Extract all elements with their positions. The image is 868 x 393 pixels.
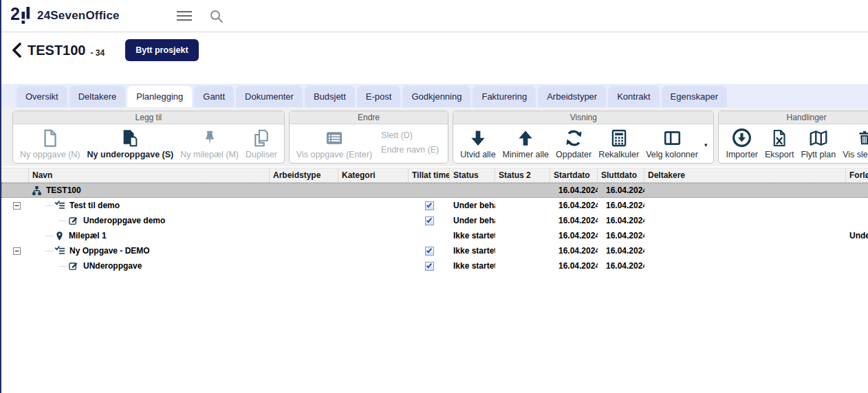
startdate-cell: 16.04.2024 [550, 228, 598, 243]
ny-underoppgave-s-button[interactable]: Ny underoppgave (S) [84, 126, 177, 161]
toolbar-item-label: Dupliser [246, 150, 277, 159]
tab-planlegging[interactable]: Planlegging [127, 86, 192, 107]
column-header-worktype[interactable]: Arbeidstype [270, 168, 338, 182]
allow-time-checkbox[interactable] [425, 216, 434, 225]
tab-budsjett[interactable]: Budsjett [305, 86, 355, 107]
column-header-status[interactable]: Status [450, 168, 495, 182]
status-cell: Ikke startet [450, 243, 495, 258]
allow-time-checkbox[interactable] [425, 247, 434, 256]
table-row[interactable]: −Ny Oppgave - DEMOIkke startet16.04.2024… [1, 243, 868, 258]
allow-time-checkbox[interactable] [425, 201, 434, 210]
column-header-predecessor[interactable]: Forløp [846, 168, 868, 182]
task-icon [54, 245, 65, 256]
toolbar-item-label: Ny milepæl (M) [180, 150, 239, 159]
tab-arbeidstyper[interactable]: Arbeidstyper [538, 86, 606, 107]
importer-button[interactable]: Importer [722, 126, 761, 161]
column-header-name[interactable]: Navn [29, 168, 270, 182]
back-icon[interactable] [8, 42, 25, 58]
status-cell [450, 183, 495, 198]
table-row[interactable]: −Test til demoUnder beha…16.04.202416.04… [1, 198, 868, 213]
status-cell: Ikke startet [450, 258, 495, 273]
list-view-icon [323, 126, 345, 149]
column-header-participants[interactable]: Deltakere [644, 168, 846, 182]
velg-kolonner-button[interactable]: Velg kolonner [642, 126, 702, 161]
ny-oppgave-n-button[interactable]: Ny oppgave (N) [17, 126, 84, 161]
chevron-down-icon[interactable]: ▾ [702, 142, 710, 148]
status2-cell [495, 228, 550, 243]
tab-dokumenter[interactable]: Dokumenter [236, 86, 303, 107]
utvid-alle-button[interactable]: Utvid alle [457, 126, 499, 161]
app-root: 2 24SevenOffice [0, 0, 868, 393]
tab-fakturering[interactable]: Fakturering [473, 86, 536, 107]
project-title-bar: TEST100 - 34 Bytt prosjekt [1, 32, 868, 68]
column-header-allow_time[interactable]: Tillat time… [409, 168, 450, 182]
search-icon[interactable] [209, 9, 224, 23]
oppdater-button[interactable]: Oppdater [552, 126, 595, 161]
worktype-cell [270, 228, 338, 243]
column-header-expand[interactable] [1, 168, 29, 182]
column-header-category[interactable]: Kategori [338, 168, 409, 182]
vis-oppgave-enter-button[interactable]: Vis oppgave (Enter) [293, 126, 376, 161]
arrow-up-icon [515, 126, 536, 149]
column-header-start[interactable]: Startdato [550, 168, 598, 182]
allow-time-cell [409, 183, 450, 198]
tab-gantt[interactable]: Gantt [194, 86, 234, 107]
startdate-cell: 16.04.2024 [550, 198, 598, 213]
table-row[interactable]: TEST10016.04.202416.04.2024 [1, 183, 868, 198]
category-cell [338, 258, 409, 273]
tab-strip: OversiktDeltakerePlanleggingGanttDokumen… [1, 84, 868, 107]
slett-d-button[interactable]: Slett (D) [381, 131, 439, 140]
rekalkuler-button[interactable]: Rekalkuler [595, 126, 642, 161]
participants-cell [644, 198, 846, 213]
table-row[interactable]: Milepæl 1Ikke startet16.04.202416.04.202… [1, 228, 868, 243]
tab-oversikt[interactable]: Oversikt [17, 86, 67, 107]
minimer-alle-button[interactable]: Minimer alle [499, 126, 552, 161]
collapse-toggle[interactable]: − [13, 202, 21, 210]
task-name: Underoppgave demo [83, 216, 165, 225]
worktype-cell [270, 243, 338, 258]
status2-cell [495, 198, 550, 213]
ny-milepæl-m-button[interactable]: Ny milepæl (M) [177, 126, 242, 161]
allow-time-cell [409, 213, 450, 228]
endre-navn-e-button[interactable]: Endre navn (E) [381, 145, 439, 155]
copy-icon [251, 126, 272, 149]
predecessor-cell [846, 258, 868, 273]
table-row[interactable]: Underoppgave demoUnder beha…16.04.202416… [1, 213, 868, 228]
enddate-cell: 16.04.2024 [598, 243, 644, 258]
status2-cell [495, 258, 550, 273]
worktype-cell [270, 183, 338, 198]
allow-time-checkbox[interactable] [425, 262, 434, 271]
vis-slettede-button[interactable]: Vis slettede [839, 126, 868, 161]
status2-cell [495, 243, 550, 258]
tree-connector [59, 221, 67, 221]
startdate-cell: 16.04.2024 [550, 258, 598, 273]
menu-icon[interactable] [176, 10, 193, 22]
tab-e-post[interactable]: E-post [357, 86, 401, 107]
allow-time-cell [409, 258, 450, 273]
column-header-status2[interactable]: Status 2 [495, 168, 550, 182]
column-header-end[interactable]: Sluttdato [598, 168, 644, 182]
worktype-cell [270, 198, 338, 213]
flytt-plan-button[interactable]: Flytt plan [797, 126, 839, 161]
tab-godkjenning[interactable]: Godkjenning [402, 86, 470, 107]
dupliser-button[interactable]: Dupliser [242, 126, 281, 161]
startdate-cell: 16.04.2024 [550, 183, 598, 198]
switch-project-button[interactable]: Bytt prosjekt [125, 39, 198, 61]
toolbar-group-legg-til: Legg tilNy oppgave (N)Ny underoppgave (S… [12, 111, 285, 164]
brand-name: 24SevenOffice [37, 9, 120, 23]
app-header: 2 24SevenOffice [1, 0, 868, 32]
task-name: TEST100 [46, 186, 81, 195]
spacer [1, 68, 868, 84]
table-row[interactable]: UNderoppgaveIkke startet16.04.202416.04.… [1, 258, 868, 273]
collapse-toggle[interactable]: − [13, 247, 21, 255]
tree-connector [45, 205, 53, 206]
tab-deltakere[interactable]: Deltakere [69, 86, 126, 107]
import-icon [731, 126, 752, 149]
tab-kontrakt[interactable]: Kontrakt [608, 86, 659, 107]
participants-cell [644, 243, 846, 258]
worktype-cell [270, 213, 338, 228]
toolbar-item-label: Oppdater [556, 150, 592, 159]
eksport-button[interactable]: Eksport [761, 126, 797, 161]
tab-egenskaper[interactable]: Egenskaper [662, 86, 727, 107]
expand-cell [1, 228, 29, 243]
